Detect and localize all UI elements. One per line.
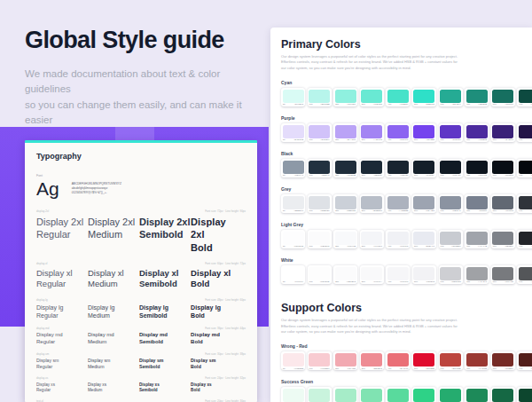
swatch-color-block bbox=[519, 267, 532, 280]
type-style-weight: Regular bbox=[36, 364, 88, 370]
type-style-weight: Bold bbox=[191, 311, 242, 319]
swatch-hex: #D9FBF5 bbox=[294, 103, 303, 106]
swatch-color-block bbox=[519, 125, 532, 138]
type-style-meta-token: display-lg bbox=[36, 298, 48, 302]
swatch-color-block bbox=[492, 353, 513, 367]
swatch-caption: 400#ACB2BE bbox=[387, 209, 409, 214]
color-swatch: 700#1D8A59 bbox=[465, 387, 489, 402]
color-swatch: 300#B8BEC8 bbox=[360, 194, 384, 213]
swatch-value: 400 bbox=[387, 280, 391, 283]
color-swatch-row: 50#8D99A7100#223140200#1F2D3B300#1B29364… bbox=[281, 159, 532, 177]
swatch-value: 200 bbox=[335, 209, 339, 212]
color-swatch: 900#521E1A bbox=[517, 351, 532, 370]
type-style-name: Display lg bbox=[191, 303, 242, 311]
color-swatch: 300#A384F3 bbox=[360, 123, 384, 142]
swatch-value: 900 bbox=[519, 367, 522, 370]
specimen-glyphs: Ag bbox=[36, 178, 59, 199]
color-swatch: 100#D1C2F9 bbox=[308, 123, 332, 142]
swatch-hex: #FCE8EB bbox=[293, 367, 303, 370]
type-style-weight: Regular bbox=[36, 228, 88, 241]
swatch-caption: 600#C8CBD1 bbox=[440, 245, 461, 249]
swatch-color-block bbox=[387, 125, 409, 138]
swatch-caption: 50#EBEDF0 bbox=[283, 209, 304, 214]
swatch-color-block bbox=[361, 353, 382, 367]
type-style-name: Display sm bbox=[36, 358, 88, 364]
swatch-hex: #F6F6F8 bbox=[400, 280, 409, 283]
swatch-hex: #762B26 bbox=[505, 367, 513, 370]
type-style-cell: Display lgRegular bbox=[36, 303, 88, 319]
color-swatch: 400#182430 bbox=[386, 159, 410, 177]
swatch-hex: #CECFD3 bbox=[451, 280, 461, 283]
type-style-cells: Display mdRegularDisplay mdMediumDisplay… bbox=[36, 332, 246, 346]
swatch-color-block bbox=[361, 161, 382, 174]
section-title: Support Colors bbox=[281, 302, 532, 314]
swatch-color-block bbox=[466, 125, 488, 138]
swatch-value: 600 bbox=[441, 245, 444, 248]
swatch-color-block bbox=[413, 267, 434, 280]
swatch-hex: #F8F9FB bbox=[347, 245, 356, 248]
type-style-weight: Regular bbox=[36, 388, 88, 393]
swatch-color-block bbox=[283, 161, 304, 174]
swatch-hex: #EBEDF0 bbox=[293, 209, 303, 212]
swatch-hex: #1E8E7B bbox=[478, 103, 487, 106]
swatch-hex: #78808F bbox=[479, 209, 487, 212]
swatch-caption: 200#CBD0D8 bbox=[335, 209, 356, 214]
type-style-cell: Display 2xlRegular bbox=[36, 216, 88, 255]
color-swatch: 700#0C141D bbox=[465, 159, 489, 177]
type-style-row: display-2xlFont size: 72px · Line height… bbox=[36, 209, 246, 254]
swatch-value: 300 bbox=[362, 245, 365, 248]
swatch-caption: 500#E8EAF1 bbox=[413, 245, 434, 249]
color-swatch: 500#E8EAF1 bbox=[412, 230, 436, 248]
swatch-color-block bbox=[440, 353, 461, 367]
swatch-color-block bbox=[466, 90, 488, 103]
color-swatch: 500#F2F2F5 bbox=[412, 265, 436, 284]
swatch-color-block bbox=[283, 196, 304, 209]
swatch-caption: 900#2F333A bbox=[519, 209, 532, 214]
swatch-hex: #F2A9B1 bbox=[347, 367, 356, 370]
type-style-meta-token: display-2xl bbox=[36, 209, 49, 213]
type-style-cell: Display smBold bbox=[191, 358, 242, 370]
color-swatch: 900#231447 bbox=[517, 123, 532, 142]
swatch-caption: 900#521E1A bbox=[519, 367, 532, 371]
swatch-color-block bbox=[361, 125, 382, 138]
swatch-caption: 400#F0F1F5 bbox=[387, 245, 409, 249]
type-style-cell: Display lgSemibold bbox=[139, 303, 191, 319]
swatch-value: 800 bbox=[493, 280, 497, 283]
swatch-caption: 200#8FF0DF bbox=[335, 103, 356, 107]
specimen-alphabet: ABCDEFGHIJKLMNOPQRSTUVWXYZabcdefghijklmn… bbox=[72, 182, 121, 195]
swatch-value: 800 bbox=[493, 138, 497, 141]
swatch-value: 900 bbox=[519, 138, 522, 141]
swatch-caption: 500#9DA4B1 bbox=[413, 209, 434, 214]
type-style-name: Display xl bbox=[139, 268, 191, 280]
type-style-cell: Display mdSemibold bbox=[139, 332, 191, 346]
color-swatch: 900#545659 bbox=[517, 265, 532, 284]
swatch-color-block bbox=[466, 232, 488, 245]
swatch-caption: 100#F8CBD1 bbox=[309, 367, 330, 371]
swatch-value: 400 bbox=[387, 174, 391, 177]
swatch-caption: 300#B8BEC8 bbox=[361, 209, 382, 214]
color-swatch-row: 50#D9FBF5100#B7F5EB200#8FF0DF300#69E9D34… bbox=[281, 88, 532, 106]
swatch-color-block bbox=[492, 267, 513, 280]
color-swatch: 800#7E8289 bbox=[491, 230, 515, 248]
swatch-value: 100 bbox=[309, 245, 313, 248]
typography-card-title: Typography bbox=[36, 152, 246, 161]
swatch-color-block bbox=[387, 196, 409, 209]
swatch-hex: #C8CBD1 bbox=[451, 245, 461, 248]
swatch-color-block bbox=[492, 161, 513, 174]
swatch-color-block bbox=[335, 353, 356, 367]
page-title: Global Style guide bbox=[25, 27, 257, 54]
swatch-value: 400 bbox=[387, 245, 391, 248]
color-swatch: 50#8D99A7 bbox=[281, 159, 305, 177]
swatch-hex: #787A7E bbox=[505, 280, 513, 283]
swatch-caption: 700#1E8E7B bbox=[466, 103, 488, 107]
color-swatch: 300#F4F5F8 bbox=[360, 230, 384, 248]
type-style-weight: Semibold bbox=[139, 339, 191, 346]
swatch-color-block bbox=[361, 232, 382, 245]
swatch-caption: 200#F8F9FB bbox=[335, 245, 356, 249]
swatch-color-block bbox=[361, 267, 382, 280]
swatch-caption: 50#FFFFFF bbox=[283, 280, 304, 285]
type-style-name: Display 2xl bbox=[191, 216, 242, 241]
swatch-caption: 200#FBFBFC bbox=[335, 280, 356, 285]
swatch-color-block bbox=[413, 125, 434, 138]
swatch-value: 800 bbox=[493, 367, 497, 370]
